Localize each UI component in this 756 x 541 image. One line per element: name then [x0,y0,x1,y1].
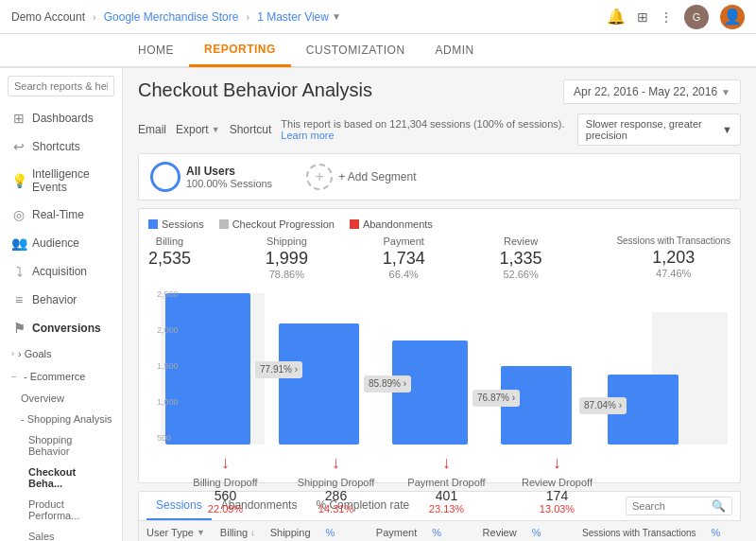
conversions-icon: ⚑ [11,321,26,336]
th-sess-pct: % [704,521,754,541]
sidebar: ⊞ Dashboards ↩ Shortcuts 💡 Intelligence … [0,68,123,541]
sidebar-shopping[interactable]: - Shopping Analysis [0,409,122,429]
sidebar-item-intelligence[interactable]: 💡 Intelligence Events [0,161,122,201]
sidebar-item-realtime[interactable]: ◎ Real-Time [0,201,122,229]
th-payment-pct: % [424,521,474,541]
th-billing[interactable]: Billing ↓ [213,521,263,541]
info-bar: This report is based on 121,304 sessions… [281,118,567,141]
grid-icon[interactable]: ⊞ [637,9,648,25]
sidebar-item-dashboards[interactable]: ⊞ Dashboards [0,104,122,132]
metric-sessions-transactions: Sessions with Transactions 1,203 47.46% [616,236,730,280]
th-shipping[interactable]: Shipping [263,521,318,541]
email-button[interactable]: Email [138,123,166,136]
tab-admin[interactable]: ADMIN [421,33,490,67]
sidebar-sales[interactable]: Sales Performance [0,526,122,541]
svg-text:87.04% ›: 87.04% › [584,400,622,410]
main-content: Checkout Behavior Analysis Apr 22, 2016 … [123,68,756,541]
learn-more-link[interactable]: Learn more [281,130,334,141]
nav-tabs: HOME REPORTING CUSTOMIZATION ADMIN [0,34,756,68]
svg-text:1,500: 1,500 [157,361,179,371]
sidebar-item-conversions[interactable]: ⚑ Conversions [0,314,122,342]
th-shipping-pct: % [318,521,369,541]
billing-sort: ↓ [250,528,255,537]
th-sessions-transactions[interactable]: Sessions with Transactions [575,521,704,541]
profile-icon[interactable]: 👤 [720,5,745,29]
segment-name: All Users [186,165,272,178]
svg-text:85.89% ›: 85.89% › [369,378,406,389]
export-arrow: ▼ [212,125,220,134]
sessions-legend-icon [148,219,158,229]
acquisition-icon: ⤵ [11,264,26,279]
date-arrow: ▼ [721,87,730,97]
realtime-icon: ◎ [11,207,26,222]
toolbar: Email Export ▼ Shortcut This report is b… [138,113,741,146]
dashboards-icon: ⊞ [11,111,26,126]
sidebar-ecommerce[interactable]: – - Ecommerce [0,365,122,388]
audience-icon: 👥 [11,236,26,251]
sidebar-checkout[interactable]: Checkout Beha... [0,462,122,494]
precision-arrow: ▼ [722,124,732,135]
metric-review: Review 1,335 52.66% [500,236,542,280]
svg-text:1,000: 1,000 [157,397,179,407]
funnel-chart: 77.91% › 85.89% › 76.87% › 87.04% › 2,50… [148,284,730,473]
goals-arrow: › [11,349,14,358]
add-segment-button[interactable]: + + Add Segment [306,164,416,190]
legend-checkout: Checkout Progression [219,218,335,230]
metric-billing: Billing 2,535 [148,236,191,280]
ecommerce-arrow: – [11,372,16,381]
top-bar: Demo Account › Google Merchandise Store … [0,0,756,34]
bell-icon[interactable]: 🔔 [607,8,626,26]
store-name[interactable]: Google Merchandise Store [104,10,239,24]
more-icon[interactable]: ⋮ [660,9,673,25]
sidebar-goals[interactable]: › › Goals [0,342,122,365]
sidebar-item-acquisition[interactable]: ⤵ Acquisition [0,257,122,286]
sidebar-overview[interactable]: Overview [0,388,122,409]
th-review[interactable]: Review [475,521,524,541]
view-name[interactable]: 1 Master View ▼ [257,10,341,24]
user-avatar[interactable]: G [684,5,709,29]
shortcut-button[interactable]: Shortcut [230,123,272,136]
sidebar-item-audience[interactable]: 👥 Audience [0,229,122,257]
tab-customization[interactable]: CUSTOMIZATION [291,33,421,67]
intelligence-icon: 💡 [11,173,26,188]
date-range-picker[interactable]: Apr 22, 2016 - May 22, 2016 ▼ [563,79,741,104]
sidebar-item-shortcuts[interactable]: ↩ Shortcuts [0,132,122,161]
shortcuts-icon: ↩ [11,139,26,154]
breadcrumb-arrow1: › [93,11,96,23]
th-review-pct: % [524,521,575,541]
svg-text:2,500: 2,500 [157,289,179,299]
sidebar-product-perf[interactable]: Product Performa... [0,494,122,526]
dropoff-billing: ↓ Billing Dropoff 560 22.09% [170,453,281,515]
legend-abandonments: Abandonments [350,218,433,230]
export-button[interactable]: Export ▼ [176,123,220,136]
data-table: User Type ▼ Billing ↓ Shipping % [139,521,754,541]
behavior-icon: ≡ [11,292,26,307]
funnel-svg: 77.91% › 85.89% › 76.87% › 87.04% › 2,50… [148,284,730,454]
th-user-type[interactable]: User Type ▼ [139,521,213,541]
sidebar-item-behavior[interactable]: ≡ Behavior [0,286,122,314]
dropoff-payment: ↓ Payment Dropoff 401 23.13% [391,453,502,515]
legend-sessions: Sessions [148,218,204,230]
svg-text:77.91% ›: 77.91% › [260,364,298,375]
dropoff-shipping: ↓ Shipping Dropoff 286 14.31% [281,453,391,515]
metric-payment: Payment 1,734 66.4% [383,236,425,280]
segment-pct: 100.00% Sessions [186,178,272,189]
chart-metrics: Billing 2,535 Shipping 1,999 78.86% Paym… [148,236,730,280]
sidebar-shopping-behavior[interactable]: Shopping Behavior [0,429,122,462]
segment-area: All Users 100.00% Sessions + + Add Segme… [138,153,741,201]
dropoff-review: ↓ Review Dropoff 174 13.03% [502,453,612,515]
dropoff-row: ↓ Billing Dropoff 560 22.09% ↓ Shipping … [148,453,730,515]
segment-circle [150,162,180,192]
add-segment-circle: + [306,164,333,190]
sort-arrow: ▼ [197,528,205,537]
breadcrumb-arrow2: › [246,11,249,23]
chart-container: Sessions Checkout Progression Abandonmen… [138,208,741,483]
svg-text:2,000: 2,000 [157,325,179,335]
tab-reporting[interactable]: REPORTING [189,33,291,67]
precision-button[interactable]: Slower response, greater precision ▼ [577,113,741,146]
abandon-legend-icon [350,219,359,229]
tab-home[interactable]: HOME [123,33,189,67]
svg-rect-2 [279,323,359,445]
th-payment[interactable]: Payment [369,521,424,541]
search-input[interactable] [8,76,114,96]
